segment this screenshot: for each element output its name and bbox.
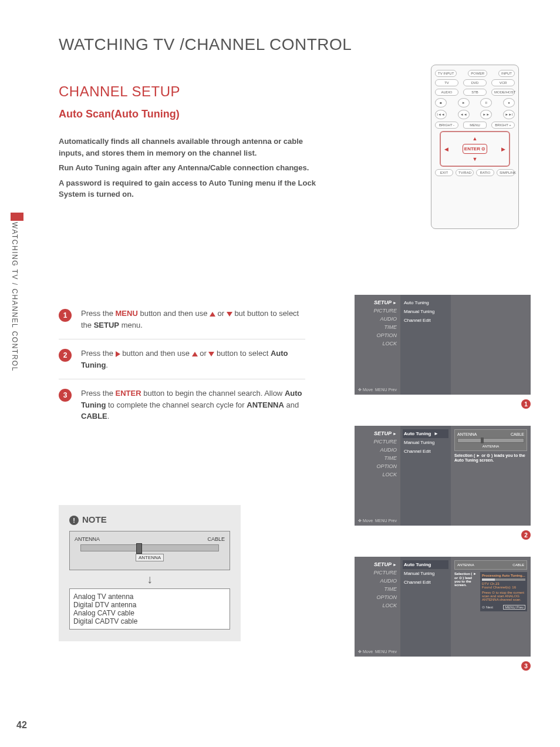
- preview-antenna: ANTENNA: [457, 432, 477, 436]
- btn-ratio[interactable]: RATIO: [476, 169, 494, 176]
- osd-menu: SETUP PICTURE AUDIO TIME OPTION LOCK: [355, 295, 400, 395]
- osd-right: [451, 295, 531, 395]
- btn-rec[interactable]: ●: [503, 98, 515, 107]
- btn-dvd[interactable]: DVD: [463, 79, 487, 86]
- step-number: 2: [59, 349, 72, 362]
- menu-time: TIME: [357, 323, 398, 331]
- step-2: 2 Press the button and then use or butto…: [59, 339, 305, 379]
- btn-pause[interactable]: II: [480, 98, 492, 107]
- btn-play[interactable]: ►: [458, 98, 470, 107]
- btn-stb[interactable]: STB: [463, 89, 487, 96]
- btn-tvradio[interactable]: TV/RAD: [456, 169, 474, 176]
- cable-label: CABLE: [207, 536, 225, 542]
- dpad-left-icon[interactable]: ◀: [444, 146, 448, 152]
- side-tab: WATCHING TV / CHANNEL CONTROL: [11, 213, 23, 374]
- btn-exit[interactable]: EXIT: [435, 169, 453, 176]
- enter-keyword: ENTER: [116, 389, 141, 398]
- osd-menu: SETUP PICTURE AUDIO TIME OPTION LOCK: [355, 426, 400, 526]
- intro-p3: A password is required to gain access to…: [59, 177, 317, 200]
- step-number: 1: [59, 309, 72, 322]
- step-text: .: [106, 361, 108, 369]
- preview-cable: CABLE: [511, 432, 524, 436]
- step-text: menu.: [119, 321, 143, 329]
- menu-audio: AUDIO: [357, 577, 398, 585]
- btn-next[interactable]: ►►I: [503, 110, 515, 119]
- menu-picture: PICTURE: [357, 307, 398, 315]
- page-number: 42: [16, 720, 27, 731]
- slider-handle-icon: [136, 543, 142, 554]
- dpad: ▲ ◀ ENTER ⊙ ▶ ▼: [440, 131, 510, 167]
- page-title: WATCHING TV /CHANNEL CONTROL: [59, 35, 531, 54]
- btn-tv[interactable]: TV: [435, 79, 458, 86]
- btn-bright-minus[interactable]: BRIGHT -: [435, 122, 458, 129]
- preview-antenna-label: ANTENNA: [457, 445, 524, 448]
- dpad-up-icon[interactable]: ▲: [444, 136, 505, 142]
- osd-screen-2: SETUP PICTURE AUDIO TIME OPTION LOCK Aut…: [355, 426, 531, 526]
- menu-setup: SETUP: [357, 298, 398, 307]
- btn-enter[interactable]: ENTER ⊙: [463, 144, 487, 154]
- up-arrow-icon: [192, 352, 198, 356]
- processing-prev: MENU Prev: [503, 605, 525, 610]
- note-box: !NOTE ANTENNA CABLE ANTENNA ↓ Analog TV …: [59, 505, 241, 641]
- osd-screen-1: SETUP PICTURE AUDIO TIME OPTION LOCK Aut…: [355, 295, 531, 395]
- sub-manualtuning: Manual Tuning: [403, 569, 448, 578]
- step-body: Press the MENU button and then use or bu…: [81, 308, 305, 331]
- sub-label: Auto Tuning: [404, 431, 431, 436]
- osd-badge-3: 3: [521, 661, 531, 671]
- cable-keyword: CABLE: [81, 412, 107, 420]
- osd-right: ANTENNA CABLE ANTENNA Selection ( ► or ⊙…: [451, 426, 531, 526]
- btn-power[interactable]: POWER: [468, 70, 487, 77]
- intro-p2: Run Auto Tuning again after any Antenna/…: [59, 162, 317, 174]
- btn-tvinput[interactable]: TV INPUT: [435, 70, 457, 77]
- menu-lock: LOCK: [357, 601, 398, 610]
- menu-audio: AUDIO: [357, 315, 398, 323]
- preview-cable: CABLE: [512, 563, 524, 567]
- dpad-down-icon[interactable]: ▼: [444, 156, 505, 162]
- sub-autotuning: Auto Tuning: [403, 560, 448, 569]
- sub-channeledit: Channel Edit: [403, 447, 448, 456]
- progress-bar-icon: [482, 578, 525, 581]
- btn-bright-plus[interactable]: BRIGHT +: [491, 122, 515, 129]
- info-icon: !: [69, 516, 79, 525]
- menu-option: OPTION: [357, 462, 398, 470]
- btn-stop[interactable]: ■: [435, 98, 447, 107]
- btn-menu[interactable]: MENU: [463, 122, 487, 129]
- osd-footer: ✥ Move MENU Prev: [358, 650, 397, 654]
- sub-channeledit: Channel Edit: [403, 316, 448, 325]
- osd-footer: ✥ Move MENU Prev: [358, 388, 397, 392]
- btn-audio[interactable]: AUDIO: [435, 89, 458, 96]
- down-arrow-icon: [208, 352, 214, 356]
- antenna-label: ANTENNA: [75, 536, 100, 542]
- antenna-slider: [80, 544, 219, 551]
- btn-prev[interactable]: I◄◄: [435, 110, 447, 119]
- processing-stop: Press ⊙ to stop the current scan and sta…: [482, 590, 525, 601]
- step-3: 3 Press the ENTER button to begin the ch…: [59, 379, 305, 430]
- btn-ff[interactable]: ►►: [480, 110, 492, 119]
- step-1: 1 Press the MENU button and then use or …: [59, 300, 305, 339]
- btn-input[interactable]: INPUT: [498, 70, 515, 77]
- dpad-right-icon[interactable]: ▶: [501, 146, 505, 152]
- list-item: Digital CADTV cable: [73, 617, 226, 625]
- btn-simplink[interactable]: SIMPLINK: [497, 169, 515, 176]
- osd-hint: Selection ( ► or ⊙ ) leads you to the Au…: [454, 453, 527, 462]
- processing-next: ⊙ Next: [482, 605, 493, 610]
- footer-prev: MENU Prev: [375, 650, 397, 654]
- step-text: button to begin the channel search. Allo…: [141, 389, 285, 398]
- menu-picture: PICTURE: [357, 568, 398, 577]
- menu-option: OPTION: [357, 593, 398, 601]
- step-text: Press the: [81, 309, 116, 318]
- osd-badge-1: 1: [521, 399, 531, 409]
- btn-vcr[interactable]: VCR: [491, 79, 515, 86]
- osd-right: ANTENNA CABLE Selection ( ► or ⊙ ) lead …: [451, 557, 531, 657]
- btn-rew[interactable]: ◄◄: [458, 110, 470, 119]
- menu-option: OPTION: [357, 331, 398, 339]
- processing-title: Processing Auto Tuning...: [482, 574, 525, 577]
- setup-keyword: SETUP: [94, 321, 119, 329]
- btn-modehost[interactable]: MODE/HOST: [491, 89, 515, 96]
- antenna-selected-label: ANTENNA: [136, 554, 164, 561]
- list-item: Analog TV antenna: [73, 593, 226, 601]
- footer-move: Move: [363, 519, 373, 523]
- list-item: Analog CATV cable: [73, 609, 226, 617]
- intro-p1: Automatically finds all channels availab…: [59, 136, 317, 159]
- menu-time: TIME: [357, 585, 398, 593]
